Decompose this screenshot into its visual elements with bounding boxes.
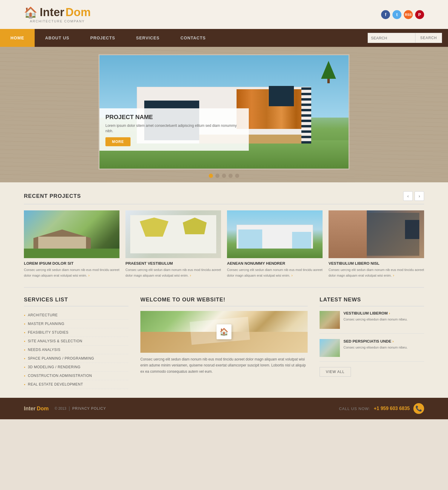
latest-news-section: LATEST NEWS VESTIBULUM LIBEROM › Consec … <box>320 297 424 389</box>
dot-4[interactable] <box>228 174 233 178</box>
news-item-2: SED PERSPICIATIS UNDE › Consec uercng el… <box>320 339 424 362</box>
footer-call-label: CALL US NOW: <box>339 406 370 411</box>
news-item-1: VESTIBULUM LIBEROM › Consec uercng elise… <box>320 311 424 334</box>
service-item-9[interactable]: REAL ESTATE DEVELOPMENT <box>24 380 128 389</box>
news-text-2: Consec uercng elisedun diam nonum nibeu. <box>343 345 408 350</box>
recent-projects-title: RECENT PROJECTS <box>24 193 81 199</box>
news-content-2: SED PERSPICIATIS UNDE › Consec uercng el… <box>343 339 408 357</box>
rss-icon[interactable]: RSS <box>404 10 413 19</box>
project-desc-4: Consec uercng elit sedun diam nonum nib … <box>329 267 424 278</box>
recent-projects-section: RECENT PROJECTS ‹ › LOREM IPSUM DOLOR SI… <box>24 191 424 278</box>
nav-item-services[interactable]: SERVICES <box>126 29 170 47</box>
section-header-recent: RECENT PROJECTS ‹ › <box>24 191 424 204</box>
project-card-3[interactable]: AENEAN NONUMMY HENDRER Consec uercng eli… <box>227 210 323 278</box>
search-button[interactable]: SEARCH <box>415 33 442 43</box>
footer-logo-inter: Inter <box>24 406 36 412</box>
service-item-3[interactable]: FEASIBILITY STUDIES <box>24 328 128 337</box>
hero-section: PROJECT NAME Lorem ipsum dolor sitem ame… <box>0 47 448 182</box>
more-button[interactable]: MORE <box>105 137 131 146</box>
phone-icon: 📞 <box>413 403 424 414</box>
navbar: HOME ABOUT US PROJECTS SERVICES CONTACTS… <box>0 29 448 47</box>
latest-news-title: LATEST NEWS <box>320 297 424 306</box>
search-input[interactable] <box>368 33 415 43</box>
project-thumb-4 <box>329 210 424 258</box>
pinterest-icon[interactable]: P <box>415 10 424 19</box>
footer-logo-dom: Dom <box>37 406 49 412</box>
nav-item-about[interactable]: ABOUT US <box>35 29 80 47</box>
news-thumb-2 <box>320 339 340 357</box>
project-thumb-3 <box>227 210 323 258</box>
footer-right: CALL US NOW: +1 959 603 6835 📞 <box>339 403 424 414</box>
news-thumb-1 <box>320 311 340 329</box>
logo-tagline: ARCHITECTURE COMPANY <box>30 19 85 23</box>
news-text-1: Consec uercng elisedun diam nonum nibeu. <box>343 317 408 322</box>
logo-dom: Dom <box>65 6 90 19</box>
dot-2[interactable] <box>215 174 220 178</box>
services-title: SERVICES LIST <box>24 297 128 306</box>
slider-caption: PROJECT NAME Lorem ipsum dolor sitem ame… <box>99 108 249 151</box>
services-section: SERVICES LIST ARCHITECTURE MASTER PLANNI… <box>24 297 128 389</box>
dot-3[interactable] <box>222 174 226 178</box>
facebook-icon[interactable]: f <box>381 10 390 19</box>
services-list: ARCHITECTURE MASTER PLANNING FEASIBILITY… <box>24 311 128 389</box>
three-col-section: SERVICES LIST ARCHITECTURE MASTER PLANNI… <box>24 287 424 389</box>
project-card-4[interactable]: VESTIBULUM LIBERO NISL Consec uercng eli… <box>329 210 424 278</box>
footer-logo: InterDom <box>24 406 49 412</box>
project-title-1: LOREM IPSUM DOLOR SIT <box>24 261 119 266</box>
logo-img: 🏠 InterDom <box>24 6 91 19</box>
twitter-icon[interactable]: t <box>392 10 401 19</box>
welcome-text: Consec uercng elit sedun diam nonum nib … <box>140 356 308 375</box>
slider-dots <box>24 174 424 178</box>
footer-divider: | <box>69 406 70 411</box>
project-desc-3: Consec uercng elit sedun diam nonum nib … <box>227 267 323 278</box>
welcome-section: WELCOME TO OUR WEBSITE! 🏠 Consec uercng … <box>140 297 308 389</box>
service-item-4[interactable]: SITE ANALYSIS & SELECTION <box>24 337 128 346</box>
logo-area: 🏠 InterDom ARCHITECTURE COMPANY <box>24 6 91 23</box>
dot-1[interactable] <box>209 174 213 178</box>
nav-item-home[interactable]: HOME <box>0 29 35 47</box>
view-all-button[interactable]: VIEW ALL <box>320 367 351 377</box>
news-title-1: VESTIBULUM LIBEROM › <box>343 311 408 315</box>
main-content: RECENT PROJECTS ‹ › LOREM IPSUM DOLOR SI… <box>0 182 448 398</box>
footer-privacy-link[interactable]: PRIVACY POLICY <box>72 406 106 411</box>
project-card-2[interactable]: PRAESENT VESTIBULUM Consec uercng elit s… <box>125 210 221 278</box>
project-card-1[interactable]: LOREM IPSUM DOLOR SIT Consec uercng elit… <box>24 210 119 278</box>
nav-item-contacts[interactable]: CONTACTS <box>170 29 216 47</box>
projects-grid: LOREM IPSUM DOLOR SIT Consec uercng elit… <box>24 210 424 278</box>
service-item-2[interactable]: MASTER PLANNING <box>24 320 128 328</box>
project-thumb-2 <box>125 210 221 258</box>
footer-phone: +1 959 603 6835 <box>374 406 410 411</box>
project-title-4: VESTIBULUM LIBERO NISL <box>329 261 424 266</box>
welcome-title: WELCOME TO OUR WEBSITE! <box>140 297 308 306</box>
next-arrow[interactable]: › <box>415 191 424 201</box>
project-desc-1: Consec uercng elit sedun diam nonum nib … <box>24 267 119 278</box>
nav-item-projects[interactable]: PROJECTS <box>80 29 125 47</box>
social-icons: f t RSS P <box>381 10 424 19</box>
header: 🏠 InterDom ARCHITECTURE COMPANY f t RSS … <box>0 0 448 29</box>
service-item-1[interactable]: ARCHITECTURE <box>24 311 128 320</box>
project-title-2: PRAESENT VESTIBULUM <box>125 261 221 266</box>
prev-arrow[interactable]: ‹ <box>403 191 413 201</box>
news-content-1: VESTIBULUM LIBEROM › Consec uercng elise… <box>343 311 408 329</box>
footer: InterDom © 2013 | PRIVACY POLICY CALL US… <box>0 398 448 419</box>
project-title-3: AENEAN NONUMMY HENDRER <box>227 261 323 266</box>
news-title-2: SED PERSPICIATIS UNDE › <box>343 339 408 343</box>
footer-copyright: © 2013 <box>55 406 66 411</box>
service-item-6[interactable]: SPACE PLANNING / PROGRAMMING <box>24 354 128 363</box>
project-thumb-1 <box>24 210 119 258</box>
service-item-7[interactable]: 3D MODELING / RENDERING <box>24 363 128 372</box>
service-item-8[interactable]: CONSTRUCTION ADMINISTRATION <box>24 372 128 380</box>
logo-inter: Inter <box>40 6 64 19</box>
welcome-image: 🏠 <box>140 311 308 353</box>
logo-icon: 🏠 <box>24 6 37 19</box>
nav-search-area: SEARCH <box>368 33 442 43</box>
footer-left: InterDom © 2013 | PRIVACY POLICY <box>24 406 106 412</box>
dot-5[interactable] <box>235 174 239 178</box>
service-item-5[interactable]: NEEDS ANALYSIS <box>24 346 128 354</box>
project-desc-2: Consec uercng elit sedun diam nonum nib … <box>125 267 221 278</box>
project-name: PROJECT NAME <box>105 114 243 121</box>
slider-container: PROJECT NAME Lorem ipsum dolor sitem ame… <box>99 54 349 170</box>
project-description: Lorem ipsum dolor sitem amet consectetue… <box>105 123 243 134</box>
nav-arrows: ‹ › <box>403 191 424 201</box>
